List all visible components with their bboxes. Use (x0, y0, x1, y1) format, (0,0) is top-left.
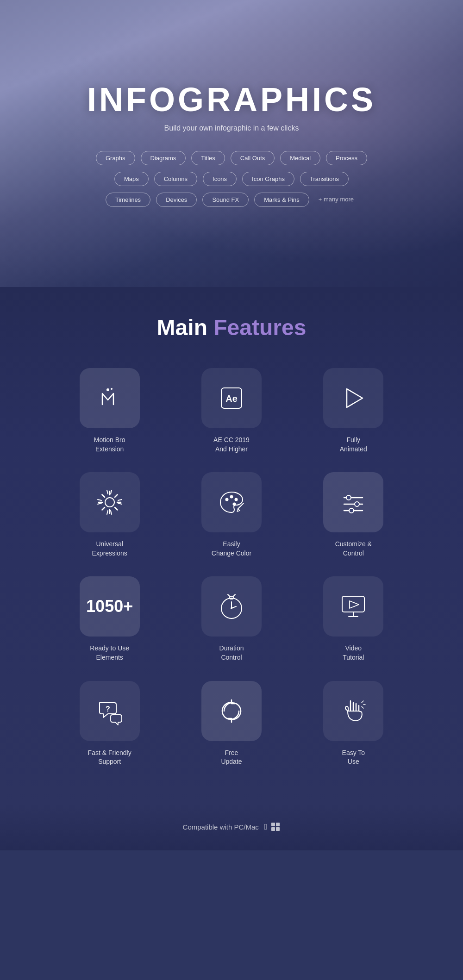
tag-marks-pins[interactable]: Marks & Pins (254, 193, 309, 207)
feature-fully-animated: FullyAnimated (300, 368, 407, 454)
motion-bro-icon (95, 383, 125, 413)
palette-icon (217, 487, 246, 517)
support-icon-box: ? (80, 681, 140, 741)
hero-subtitle: Build your own infographic in a few clic… (164, 124, 299, 132)
svg-point-7 (230, 495, 233, 499)
svg-point-5 (105, 498, 114, 507)
free-update-label: FreeUpdate (221, 749, 242, 767)
palette-icon-box (201, 472, 262, 532)
svg-marker-4 (347, 389, 363, 407)
gear-icon-box (80, 472, 140, 532)
feature-free-update: FreeUpdate (177, 681, 285, 767)
gear-icon (95, 487, 125, 517)
universal-expressions-label: UniversalExpressions (92, 540, 127, 558)
ae-icon-box: Ae (201, 368, 262, 428)
tag-columns[interactable]: Columns (154, 172, 197, 186)
compatible-icons:  (264, 822, 281, 832)
elements-number: 1050+ (86, 597, 133, 616)
monitor-icon-box (323, 576, 383, 637)
tag-transitions[interactable]: Transitions (300, 172, 349, 186)
feature-motion-bro: Motion BroExtension (56, 368, 163, 454)
number-icon-box: 1050+ (80, 576, 140, 637)
tag-icon-graphs[interactable]: Icon Graphs (242, 172, 294, 186)
tag-medical[interactable]: Medical (280, 151, 320, 165)
stopwatch-icon-box (201, 576, 262, 637)
support-icon: ? (95, 696, 125, 726)
update-icon-box (201, 681, 262, 741)
elements-label: Ready to UseElements (90, 644, 129, 662)
fully-animated-label: FullyAnimated (340, 436, 367, 454)
tags-row-2: Maps Columns Icons Icon Graphs Transitio… (114, 172, 349, 186)
change-color-label: EasilyChange Color (212, 540, 251, 558)
tags-section: Graphs Diagrams Titles Call Outs Medical… (96, 151, 367, 207)
tags-row-1: Graphs Diagrams Titles Call Outs Medical… (96, 151, 367, 165)
svg-text:Ae: Ae (225, 393, 238, 404)
svg-point-0 (106, 388, 109, 391)
sliders-icon-box (323, 472, 383, 532)
tag-graphs[interactable]: Graphs (96, 151, 135, 165)
feature-duration: DurationControl (177, 576, 285, 662)
tag-devices[interactable]: Devices (156, 193, 197, 207)
easy-to-use-label: Easy ToUse (342, 749, 365, 767)
motion-bro-icon-box (80, 368, 140, 428)
duration-label: DurationControl (219, 644, 244, 662)
hand-icon-box (323, 681, 383, 741)
customize-label: Customize &Control (335, 540, 372, 558)
tag-icons[interactable]: Icons (203, 172, 237, 186)
stopwatch-icon (217, 592, 246, 621)
tag-diagrams[interactable]: Diagrams (141, 151, 186, 165)
tag-maps[interactable]: Maps (114, 172, 149, 186)
hand-icon (338, 696, 368, 726)
svg-point-9 (232, 503, 236, 506)
sliders-icon (338, 487, 368, 517)
video-tutorial-label: VideoTutorial (343, 644, 364, 662)
svg-point-20 (231, 607, 232, 609)
update-icon (217, 696, 246, 726)
svg-rect-29 (271, 823, 275, 826)
feature-ae-cc: Ae AE CC 2019And Higher (177, 368, 285, 454)
hero-title: INFOGRAPHICS (87, 81, 376, 119)
svg-marker-24 (350, 601, 359, 608)
tags-row-3: Timelines Devices Sound FX Marks & Pins … (106, 193, 357, 207)
windows-icon (271, 822, 280, 831)
svg-line-26 (362, 701, 363, 703)
section-title-main: Main (157, 315, 214, 340)
tag-titles[interactable]: Titles (191, 151, 225, 165)
hero-section: INFOGRAPHICS Build your own infographic … (0, 0, 463, 287)
svg-point-13 (346, 495, 351, 500)
friendly-support-label: Fast & FriendlySupport (88, 749, 131, 767)
apple-icon:  (264, 822, 268, 832)
tag-timelines[interactable]: Timelines (106, 193, 150, 207)
tag-sound-fx[interactable]: Sound FX (202, 193, 249, 207)
svg-rect-31 (271, 827, 275, 831)
svg-text:?: ? (106, 705, 110, 713)
svg-point-14 (355, 502, 359, 506)
tag-callouts[interactable]: Call Outs (231, 151, 275, 165)
svg-point-1 (111, 388, 113, 390)
section-title: Main Features (37, 315, 426, 340)
compatible-text: Compatible with PC/Mac (183, 823, 259, 831)
feature-change-color: EasilyChange Color (177, 472, 285, 558)
feature-elements: 1050+ Ready to UseElements (56, 576, 163, 662)
feature-easy-to-use: Easy ToUse (300, 681, 407, 767)
motion-bro-label: Motion BroExtension (94, 436, 125, 454)
section-title-accent: Features (213, 315, 306, 340)
feature-video-tutorial: VideoTutorial (300, 576, 407, 662)
tags-more: + many more (315, 193, 357, 207)
ae-icon: Ae (217, 383, 246, 413)
features-section: Main Features Motion BroExtension Ae (0, 287, 463, 804)
feature-universal-expressions: UniversalExpressions (56, 472, 163, 558)
svg-rect-30 (276, 823, 280, 826)
ae-cc-label: AE CC 2019And Higher (213, 436, 250, 454)
svg-point-15 (349, 508, 354, 513)
tag-process[interactable]: Process (326, 151, 367, 165)
play-icon (338, 383, 368, 413)
svg-rect-32 (276, 827, 280, 831)
feature-customize: Customize &Control (300, 472, 407, 558)
svg-rect-21 (342, 596, 364, 612)
svg-point-8 (234, 498, 238, 501)
feature-friendly-support: ? Fast & FriendlySupport (56, 681, 163, 767)
monitor-icon (338, 592, 368, 621)
svg-point-6 (225, 498, 228, 501)
play-icon-box (323, 368, 383, 428)
